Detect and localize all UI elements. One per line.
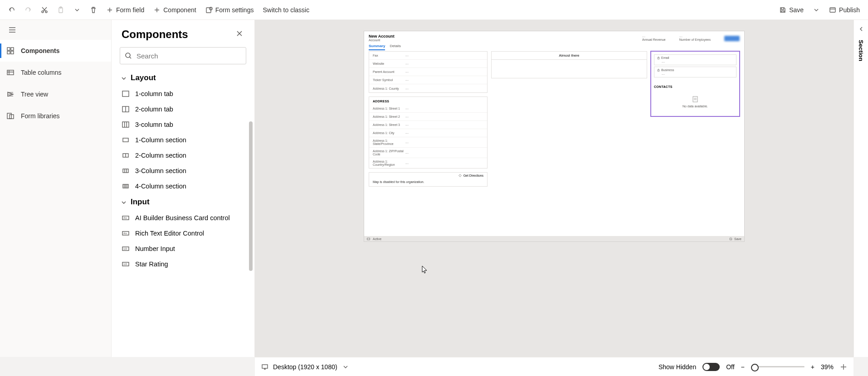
svg-rect-9 xyxy=(7,51,10,54)
paste-dropdown-button[interactable] xyxy=(69,2,85,18)
svg-point-0 xyxy=(42,11,44,13)
desktop-icon xyxy=(261,363,268,371)
form-settings-label: Form settings xyxy=(215,6,254,14)
svg-rect-6 xyxy=(830,8,835,12)
comp-3-column-tab[interactable]: 3-column tab xyxy=(119,117,247,132)
field-email[interactable]: Email--- xyxy=(654,54,736,65)
nav-form-libraries[interactable]: Form libraries xyxy=(0,105,111,127)
address-section[interactable]: ADDRESS Address 1: Street 1--- Address 1… xyxy=(369,96,488,169)
addr-state-label: Address 1: State/Province xyxy=(373,139,405,145)
map-disabled-message: Map is disabled for this organization. xyxy=(369,178,487,186)
zoom-slider[interactable] xyxy=(751,366,805,367)
save-label: Save xyxy=(789,6,804,14)
add-form-field-button[interactable]: Form field xyxy=(102,2,149,18)
chevron-down-icon xyxy=(121,75,127,81)
comp-1-column-section[interactable]: 1-Column section xyxy=(119,132,247,148)
components-panel-title: Components xyxy=(122,28,188,41)
svg-text:123: 123 xyxy=(123,263,127,265)
publish-button[interactable]: Publish xyxy=(824,2,864,18)
command-bar: Form field Component Form settings Switc… xyxy=(0,0,868,20)
group-input-toggle[interactable]: Input xyxy=(119,194,247,210)
comp-rich-text[interactable]: AbcRich Text Editor Control xyxy=(119,226,247,241)
svg-rect-18 xyxy=(123,138,128,142)
nav-form-libraries-label: Form libraries xyxy=(21,112,60,120)
nav-table-columns[interactable]: Table columns xyxy=(0,62,111,83)
comp-1-column-tab[interactable]: 1-column tab xyxy=(119,86,247,101)
abc-icon: Abc xyxy=(122,229,130,237)
paste-button[interactable] xyxy=(53,2,69,18)
lock-icon xyxy=(657,57,660,59)
comp-star-rating[interactable]: 123Star Rating xyxy=(119,256,247,272)
123-icon: 123 xyxy=(122,260,130,268)
field-fax-label: Fax xyxy=(373,54,405,57)
search-icon xyxy=(125,52,132,59)
svg-rect-17 xyxy=(122,122,129,127)
cut-button[interactable] xyxy=(36,2,53,18)
svg-text:Abc: Abc xyxy=(123,232,127,235)
svg-point-14 xyxy=(126,53,130,58)
comp-3-column-section-label: 3-Column section xyxy=(135,167,186,174)
nav-components[interactable]: Components xyxy=(0,40,111,62)
nav-tree-view[interactable]: Tree view xyxy=(0,83,111,105)
group-layout-toggle[interactable]: Layout xyxy=(119,70,247,86)
hamburger-button[interactable] xyxy=(0,20,111,40)
chevron-down-icon xyxy=(121,199,127,205)
tab-summary[interactable]: Summary xyxy=(369,43,385,50)
fit-to-screen-button[interactable] xyxy=(840,363,847,371)
sec-4col-icon xyxy=(122,182,130,190)
sec-2col-icon xyxy=(122,151,130,159)
form-canvas[interactable]: New Account Account ---Annual Revenue --… xyxy=(255,20,853,357)
status-icon xyxy=(367,237,370,241)
comp-number-input[interactable]: 123Number Input xyxy=(119,241,247,256)
tab-details[interactable]: Details xyxy=(390,43,400,50)
comp-2-column-section[interactable]: 2-Column section xyxy=(119,148,247,163)
contacts-section-title: CONTACTS xyxy=(654,82,736,90)
addr-country-label: Address 1: Country/Region xyxy=(373,160,405,166)
svg-rect-20 xyxy=(123,169,128,173)
contacts-no-data: No data available. xyxy=(654,90,736,113)
add-component-button[interactable]: Component xyxy=(149,2,200,18)
nav-components-label: Components xyxy=(21,47,60,54)
delete-button[interactable] xyxy=(85,2,102,18)
components-panel: Components Layout 1-column tab 2-column … xyxy=(112,20,255,357)
expand-property-pane-button[interactable] xyxy=(858,25,864,34)
components-search[interactable] xyxy=(120,47,246,64)
map-section[interactable]: Get Directions Map is disabled for this … xyxy=(369,172,488,187)
comp-3-column-section[interactable]: 3-Column section xyxy=(119,163,247,178)
svg-text:123: 123 xyxy=(123,247,127,250)
zoom-in-button[interactable]: + xyxy=(811,363,814,371)
save-dropdown-button[interactable] xyxy=(808,2,824,18)
show-hidden-label: Show Hidden xyxy=(658,363,696,371)
scrollbar-thumb[interactable] xyxy=(249,121,253,271)
close-panel-button[interactable] xyxy=(234,29,244,40)
save-button[interactable]: Save xyxy=(775,2,808,18)
svg-rect-7 xyxy=(7,48,10,50)
svg-point-1 xyxy=(45,11,47,13)
selected-right-section[interactable]: Email--- Business--- CONTACTS No data av… xyxy=(651,51,740,116)
tab-2col-icon xyxy=(122,105,130,113)
comp-4-column-section-label: 4-Column section xyxy=(135,183,186,190)
show-hidden-toggle[interactable] xyxy=(702,363,720,371)
undo-button[interactable] xyxy=(4,2,20,18)
search-input[interactable] xyxy=(137,52,241,60)
form-settings-button[interactable]: Form settings xyxy=(201,2,258,18)
group-layout-label: Layout xyxy=(131,73,156,82)
switch-classic-button[interactable]: Switch to classic xyxy=(258,2,314,18)
footer-save-label: Save xyxy=(734,237,741,241)
redo-button[interactable] xyxy=(20,2,36,18)
left-nav-rail: Components Table columns Tree view Form … xyxy=(0,20,112,357)
svg-rect-8 xyxy=(11,48,14,50)
zoom-out-button[interactable]: − xyxy=(741,363,745,371)
account-info-section[interactable]: Fax--- Website--- Parent Account--- Tick… xyxy=(369,51,488,93)
comp-ai-builder[interactable]: AbcAI Builder Business Card control xyxy=(119,210,247,226)
field-business[interactable]: Business--- xyxy=(654,67,736,77)
svg-rect-4 xyxy=(206,8,211,13)
comp-4-column-section[interactable]: 4-Column section xyxy=(119,178,247,194)
nav-tree-view-label: Tree view xyxy=(21,91,48,98)
123-icon: 123 xyxy=(122,245,130,253)
comp-2-column-tab[interactable]: 2-column tab xyxy=(119,101,247,117)
tree-view-icon xyxy=(6,90,15,98)
property-pane-collapsed: Section xyxy=(853,20,868,357)
viewport-dropdown[interactable] xyxy=(342,363,349,371)
timeline-section[interactable]: Almost there xyxy=(491,51,647,78)
